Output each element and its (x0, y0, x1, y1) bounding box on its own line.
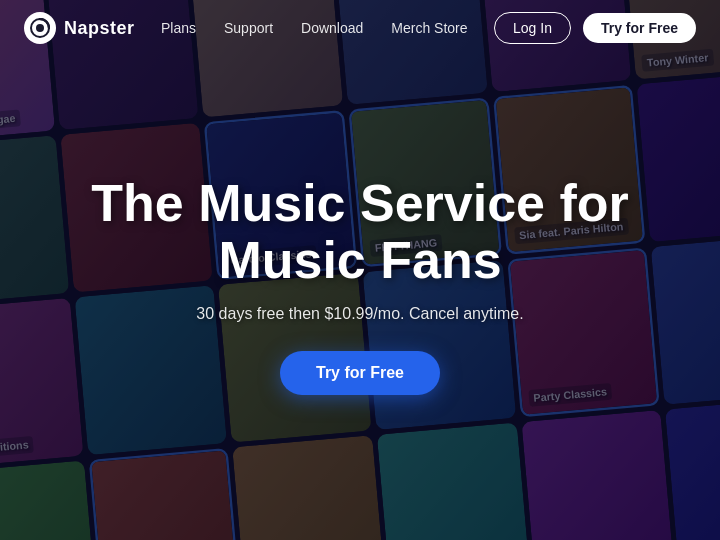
hero-section: The Music Service for Music Fans 30 days… (0, 0, 720, 540)
hero-subtitle: 30 days free then $10.99/mo. Cancel anyt… (196, 305, 523, 323)
try-free-button-hero[interactable]: Try for Free (280, 351, 440, 395)
hero-title: The Music Service for Music Fans (40, 175, 680, 289)
